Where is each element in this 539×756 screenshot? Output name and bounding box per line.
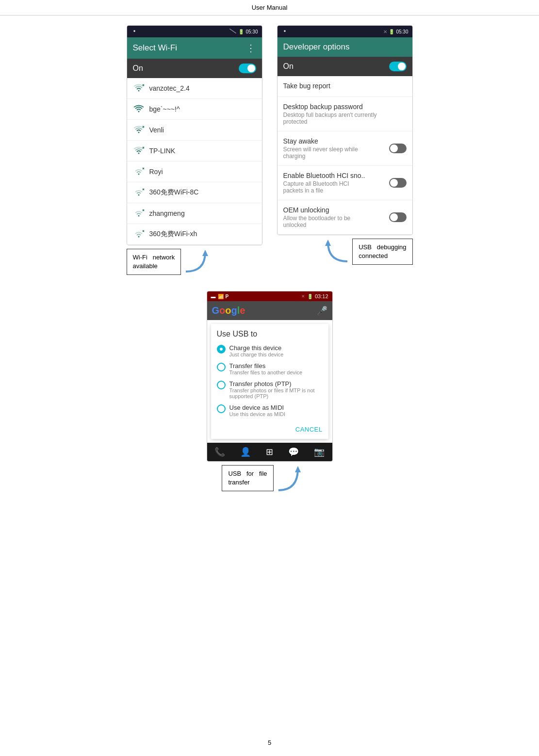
wifi-toggle[interactable] (239, 64, 256, 73)
svg-point-3 (284, 30, 286, 32)
list-item[interactable]: zhangmeng (127, 203, 262, 224)
list-item[interactable]: vanzotec_2.4 (127, 78, 262, 99)
oem-unlock-toggle[interactable] (389, 212, 407, 222)
use-usb-dialog: Use USB to Charge this device Just charg… (211, 324, 328, 439)
network-name: bge`~~~!^ (149, 105, 180, 113)
bluetooth-hci-toggle[interactable] (389, 178, 407, 188)
dev-battery-icon: 🔋 (389, 29, 394, 34)
wifi-callout-box: Wi-Fi networkavailable (127, 249, 181, 275)
radio-unselected-icon (217, 404, 226, 413)
list-item[interactable]: Take bug report (278, 76, 412, 97)
page-header: User Manual (0, 0, 539, 16)
wifi-signal-icon (133, 230, 145, 239)
wifi-icon: 📶 (218, 294, 224, 299)
svg-line-1 (230, 29, 236, 33)
dev-on-row: On (278, 57, 412, 76)
list-item[interactable]: Desktop backup password Desktop full bac… (278, 97, 412, 131)
dev-statusbar: ✕ 🔋 05:30 (278, 26, 412, 37)
usb-transfer-callout-box: USB for filetransfer (222, 465, 273, 491)
contacts-icon[interactable]: 👤 (240, 447, 251, 457)
phone-icon[interactable]: 📞 (214, 447, 225, 457)
network-name: Royi (149, 168, 163, 176)
usb-statusbar-right: ✕ 🔋 03:12 (301, 293, 328, 299)
usb-option-transfer[interactable]: Transfer files Transfer files to another… (217, 362, 323, 375)
notification-icon: ▬ (211, 294, 216, 299)
option-sublabel: Transfer photos or files if MTP is notsu… (229, 387, 315, 399)
list-item[interactable]: bge`~~~!^ (127, 99, 262, 120)
list-item[interactable]: Venli (127, 120, 262, 141)
more-icon[interactable]: ⋮ (246, 42, 256, 54)
camera-icon[interactable]: 📷 (314, 447, 325, 457)
option-label: Transfer photos (PTP) (229, 380, 315, 387)
dev-statusbar-right: ✕ 🔋 05:30 (383, 29, 408, 34)
dialog-title: Use USB to (217, 330, 323, 338)
wifi-on-label: On (133, 64, 143, 73)
dev-signal-off-icon: ✕ (383, 29, 387, 34)
svg-marker-4 (325, 240, 331, 246)
microphone-icon[interactable]: 🎤 (317, 306, 327, 316)
usb-transfer-callout-text: USB for filetransfer (228, 470, 267, 486)
network-name: 360免费WiFi-8C (149, 188, 199, 197)
option-label: Charge this device (229, 344, 284, 352)
list-item[interactable]: OEM unlocking Allow the bootloader to be… (278, 200, 412, 235)
wifi-signal-icon (133, 209, 145, 218)
option-sublabel: Just charge this device (229, 352, 284, 357)
usb-debug-arrow (309, 237, 352, 266)
usb-statusbar: ▬ 📶 P ✕ 🔋 03:12 (207, 291, 332, 301)
list-item[interactable]: 360免费WiFi-8C (127, 182, 262, 203)
option-sublabel: Use this device as MIDI (229, 411, 286, 417)
usb-option-photos[interactable]: Transfer photos (PTP) Transfer photos or… (217, 380, 323, 399)
wifi-callout-area: Wi-Fi networkavailable (127, 247, 225, 276)
item-title: Take bug report (283, 82, 407, 90)
wifi-list: vanzotec_2.4 bge`~~~!^ (127, 78, 262, 245)
list-item[interactable]: Stay awake Screen will never sleep while… (278, 131, 412, 166)
wifi-signal-icon (133, 167, 145, 176)
wifi-title: Select Wi-Fi (133, 43, 178, 53)
radio-unselected-icon (217, 363, 226, 371)
wifi-statusbar: 🔋 05:30 (127, 26, 262, 37)
apps-icon[interactable]: ⊞ (266, 447, 273, 457)
google-search-bar[interactable]: Google 🎤 (207, 301, 332, 320)
usb-debug-callout-text: USB debuggingconnected (359, 243, 406, 259)
signal-no-icon: ✕ (301, 294, 305, 299)
option-label: Transfer files (229, 362, 303, 370)
wifi-statusbar-right: 🔋 05:30 (229, 28, 258, 35)
wifi-screen: 🔋 05:30 Select Wi-Fi ⋮ On (127, 25, 262, 245)
item-title: Stay awake (283, 137, 389, 145)
dev-status-time: 05:30 (396, 29, 408, 34)
svg-marker-5 (295, 466, 301, 472)
google-logo: Google (212, 305, 245, 316)
item-title: Desktop backup password (283, 103, 407, 111)
usb-battery-icon: 🔋 (307, 294, 313, 299)
item-subtitle: Screen will never sleep whilecharging (283, 146, 389, 160)
stay-awake-toggle[interactable] (389, 144, 407, 153)
network-name: Venli (149, 126, 164, 134)
wifi-signal-icon (133, 84, 145, 93)
p-icon: P (226, 294, 229, 299)
wifi-arrow (181, 247, 225, 276)
list-item[interactable]: 360免费WiFi-xh (127, 224, 262, 245)
usb-status-time: 03:12 (315, 293, 328, 299)
wifi-statusbar-icon (131, 28, 138, 35)
svg-point-0 (133, 30, 135, 32)
usb-option-midi[interactable]: Use device as MIDI Use this device as MI… (217, 404, 323, 417)
svg-marker-2 (202, 250, 208, 256)
usb-transfer-callout-area: USB for filetransfer (222, 464, 317, 493)
list-item[interactable]: TP-LINK (127, 141, 262, 161)
wifi-signal-icon (133, 105, 145, 113)
list-item[interactable]: Royi (127, 161, 262, 182)
dev-toggle[interactable] (389, 62, 407, 71)
bottom-section: ▬ 📶 P ✕ 🔋 03:12 Google 🎤 (207, 291, 333, 493)
usb-debug-callout-box: USB debuggingconnected (352, 239, 412, 265)
usb-transfer-arrow (274, 464, 317, 493)
usb-option-charge[interactable]: Charge this device Just charge this devi… (217, 344, 323, 357)
messages-icon[interactable]: 💬 (288, 447, 299, 457)
wifi-status-time: 05:30 (245, 29, 258, 34)
radio-selected-icon (217, 345, 226, 354)
cancel-button[interactable]: CANCEL (295, 426, 323, 433)
header-title: User Manual (252, 4, 288, 11)
top-row: 🔋 05:30 Select Wi-Fi ⋮ On (10, 25, 529, 276)
signal-off-icon (229, 28, 237, 35)
list-item[interactable]: Enable Bluetooth HCI sno.. Capture all B… (278, 166, 412, 200)
usb-dialog-screen: ▬ 📶 P ✕ 🔋 03:12 Google 🎤 (207, 291, 333, 462)
